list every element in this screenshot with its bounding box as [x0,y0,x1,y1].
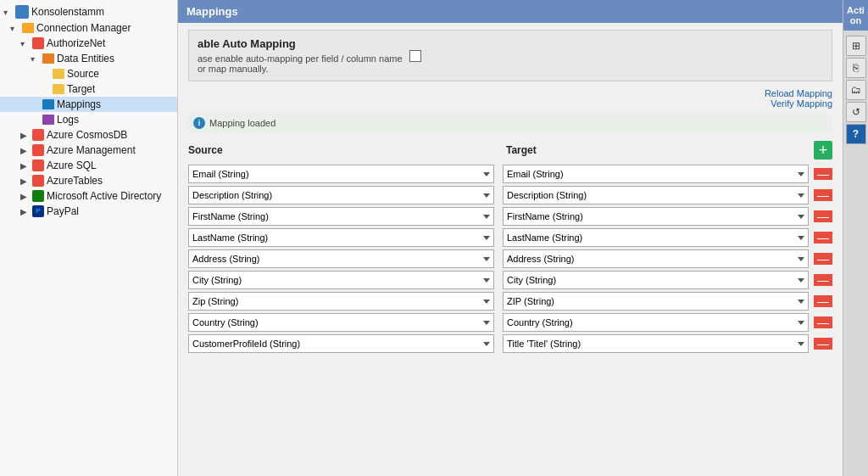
folder-icon [22,23,34,33]
logs-icon [42,115,54,125]
target-select[interactable]: City (String) [503,271,809,289]
target-select[interactable]: FirstName (String) [503,207,809,226]
source-select[interactable]: Email (String) [188,165,494,183]
source-select[interactable]: CustomerProfileId (String) [188,334,494,353]
target-select[interactable]: Address (String) [503,249,809,268]
remove-mapping-button[interactable]: — [814,253,832,265]
mapping-row: CustomerProfileId (String)Title 'Titel' … [188,334,832,353]
target-select[interactable]: Email (String) [503,165,809,183]
target-select[interactable]: Title 'Titel' (String) [503,334,809,353]
source-column-header: Source [188,144,489,156]
mapping-row: LastName (String)LastName (String)— [188,228,832,247]
source-select[interactable]: Zip (String) [188,292,494,311]
expand-toggle: ▾ [20,39,32,48]
source-select[interactable]: Description (String) [188,186,494,204]
action-panel: Acti on ⊞ ⎘ 🗂 ↺ ? [843,0,868,476]
sidebar-item-mappings[interactable]: Mappings [0,97,177,112]
sidebar-item-azuretables[interactable]: ▶ AzureTables [0,173,177,188]
sidebar-item-label: AuthorizeNet [47,37,105,49]
action-help-button[interactable]: ? [846,124,866,144]
sidebar-item-paypal[interactable]: ▶ P PayPal [0,204,177,219]
reload-verify-section: Reload Mapping Verify Mapping [188,88,832,109]
sidebar-item-azure-sql[interactable]: ▶ Azure SQL [0,158,177,173]
sidebar-item-label: Azure CosmosDB [47,129,127,141]
auto-mapping-desc2: or map manually. [198,64,403,74]
mapping-row: Country (String)Country (String)— [188,313,832,332]
active-dir-icon [32,190,44,202]
connector-icon [32,129,44,141]
sidebar: ▾ Konsolenstamm ▾ Connection Manager ▾ A… [0,0,178,476]
sidebar-item-label: Data Entities [57,53,114,64]
target-select[interactable]: Description (String) [503,186,809,204]
action-panel-title: Acti [847,5,865,15]
action-copy-button[interactable]: ⎘ [846,58,866,78]
auto-mapping-checkbox[interactable] [409,50,421,62]
mapping-row: FirstName (String)FirstName (String)— [188,207,832,226]
add-mapping-button[interactable]: + [814,141,832,160]
action-open-button[interactable]: 🗂 [846,80,866,100]
sidebar-item-target[interactable]: Target [0,81,177,97]
action-panel-subtitle: on [850,15,861,25]
auto-mapping-text: able Auto Mapping ase enable auto-mappin… [198,37,403,74]
verify-mapping-link[interactable]: Verify Mapping [188,98,832,109]
remove-mapping-button[interactable]: — [814,232,832,244]
mapping-status-bar: i Mapping loaded [188,114,832,132]
konsolenstamm-icon [15,5,29,19]
sidebar-item-label: Logs [57,114,79,126]
sidebar-item-label: PayPal [47,205,79,217]
action-refresh-button[interactable]: ↺ [846,102,866,122]
auto-mapping-title: able Auto Mapping [198,37,403,50]
remove-mapping-button[interactable]: — [814,168,832,180]
sidebar-item-azure-management[interactable]: ▶ Azure Management [0,143,177,158]
action-panel-header: Acti on [843,0,868,31]
data-entity-icon [42,53,54,64]
table-icon [53,84,64,94]
sidebar-item-label: Microsoft Active Directory [47,190,161,202]
remove-mapping-button[interactable]: — [814,338,832,350]
mappings-icon [42,99,54,109]
sidebar-item-authorizenet[interactable]: ▾ AuthorizeNet [0,36,177,51]
sidebar-item-data-entities[interactable]: ▾ Data Entities [0,51,177,66]
sidebar-root[interactable]: ▾ Konsolenstamm [0,3,177,20]
expand-toggle: ▶ [20,176,32,186]
connector-icon [32,175,44,187]
sidebar-item-logs[interactable]: Logs [0,112,177,127]
target-select[interactable]: Country (String) [503,313,809,332]
main-title: Mappings [186,5,238,18]
root-label: Konsolenstamm [31,6,104,18]
remove-mapping-button[interactable]: — [814,189,832,201]
action-buttons-container: ⊞ ⎘ 🗂 ↺ ? [846,34,866,146]
target-select[interactable]: ZIP (String) [503,292,809,311]
reload-mapping-link[interactable]: Reload Mapping [188,88,832,98]
connector-icon [32,144,44,156]
sidebar-item-cosmosdb[interactable]: ▶ Azure CosmosDB [0,127,177,143]
sidebar-item-microsoft-ad[interactable]: ▶ Microsoft Active Directory [0,188,177,204]
info-icon: i [193,117,205,129]
sidebar-item-connection-manager[interactable]: ▾ Connection Manager [0,20,177,36]
expand-toggle: ▾ [31,54,42,64]
remove-mapping-button[interactable]: — [814,210,832,222]
source-select[interactable]: Country (String) [188,313,494,332]
source-select[interactable]: Address (String) [188,249,494,268]
sidebar-item-label: Azure Management [47,144,136,156]
sidebar-item-label: AzureTables [47,175,103,187]
auto-mapping-section: able Auto Mapping ase enable auto-mappin… [188,30,832,81]
remove-mapping-button[interactable]: — [814,295,832,307]
remove-mapping-button[interactable]: — [814,316,832,328]
source-select[interactable]: FirstName (String) [188,207,494,226]
expand-toggle: ▾ [3,8,15,17]
auto-mapping-desc1: ase enable auto-mapping per field / colu… [198,53,403,64]
mapping-rows-container: Email (String)Email (String)—Description… [188,165,832,353]
action-map-button[interactable]: ⊞ [846,36,866,56]
main-header: Mappings [178,0,843,23]
main-panel: Mappings able Auto Mapping ase enable au… [178,0,843,476]
mapping-row: City (String)City (String)— [188,271,832,289]
target-select[interactable]: LastName (String) [503,228,809,247]
expand-toggle: ▶ [20,207,32,216]
remove-mapping-button[interactable]: — [814,274,832,286]
sidebar-item-label: Target [67,83,95,95]
source-select[interactable]: City (String) [188,271,494,289]
expand-toggle: ▾ [10,24,22,33]
source-select[interactable]: LastName (String) [188,228,494,247]
sidebar-item-source[interactable]: Source [0,66,177,81]
